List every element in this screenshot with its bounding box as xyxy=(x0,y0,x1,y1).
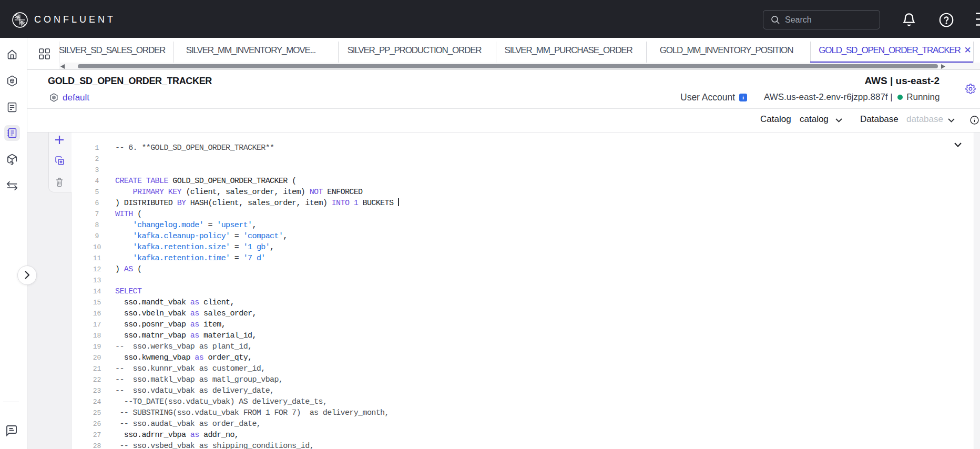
svg-text:i: i xyxy=(742,94,744,100)
